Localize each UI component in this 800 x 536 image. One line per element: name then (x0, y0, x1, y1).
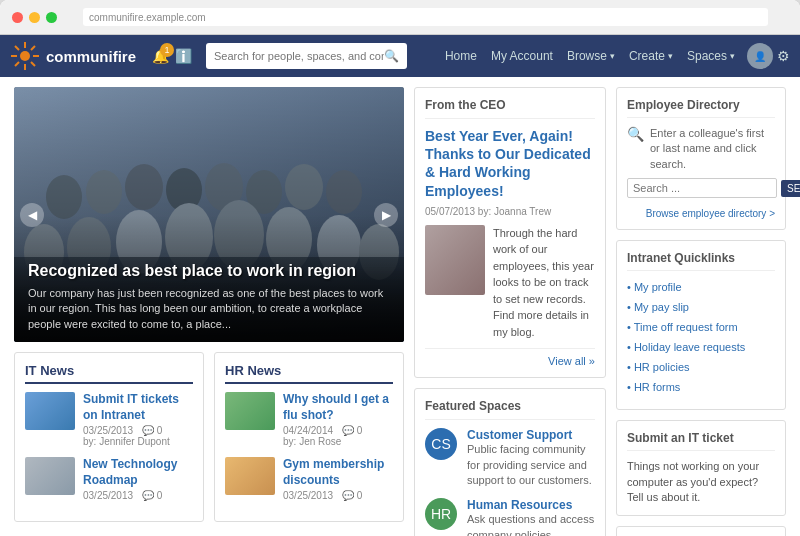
hr-news-item-1: Why should I get a flu shot? 04/24/2014 … (225, 392, 393, 447)
nav-home[interactable]: Home (445, 49, 477, 63)
space-info-1: Customer Support Public facing community… (467, 428, 595, 488)
hr-news-item-2: Gym membership discounts 03/25/2013 💬 0 (225, 457, 393, 501)
it-news-item-1: Submit IT tickets on Intranet 03/25/2013… (25, 392, 193, 447)
it-ticket-title: Submit an IT ticket (627, 431, 775, 451)
it-news-item-2: New Technology Roadmap 03/25/2013 💬 0 (25, 457, 193, 501)
list-item: HR forms (627, 379, 775, 394)
employee-directory-search: 🔍 Enter a colleague's first or last name… (627, 126, 775, 219)
list-item: Time off request form (627, 319, 775, 334)
gear-icon[interactable]: ⚙ (777, 48, 790, 64)
employee-search-input[interactable] (627, 178, 777, 198)
hr-news-content-2: Gym membership discounts 03/25/2013 💬 0 (283, 457, 393, 501)
space-desc-1: Public facing community for providing se… (467, 442, 595, 488)
space-name-1[interactable]: Customer Support (467, 428, 595, 442)
space-info-2: Human Resources Ask questions and access… (467, 498, 595, 536)
hr-news-content-1: Why should I get a flu shot? 04/24/2014 … (283, 392, 393, 447)
employee-search-button[interactable]: SEARCH (781, 180, 800, 197)
avatar[interactable]: 👤 (747, 43, 773, 69)
quicklink-pay-slip[interactable]: My pay slip (627, 301, 689, 313)
list-item: HR policies (627, 359, 775, 374)
space-item-2: HR Human Resources Ask questions and acc… (425, 498, 595, 536)
hr-news-meta-2: 03/25/2013 💬 0 (283, 490, 393, 501)
it-ticket-text: Things not working on your computer as y… (627, 459, 775, 505)
hero-next-arrow[interactable]: ▶ (374, 203, 398, 227)
url-bar: communifire.example.com (83, 8, 768, 26)
it-news-link-2[interactable]: New Technology Roadmap (83, 457, 193, 488)
it-news-title: IT News (25, 363, 193, 384)
chevron-down-icon: ▾ (610, 51, 615, 61)
avatar-area: 👤 ⚙ (747, 43, 790, 69)
it-ticket-widget: Submit an IT ticket Things not working o… (616, 420, 786, 516)
employee-directory-desc: Enter a colleague's first or last name a… (650, 126, 775, 172)
space-name-2[interactable]: Human Resources (467, 498, 595, 512)
svg-line-8 (15, 62, 19, 66)
list-item: My pay slip (627, 299, 775, 314)
info-icon[interactable]: ℹ️ (175, 48, 192, 64)
close-dot[interactable] (12, 12, 23, 23)
hero-description: Our company has just been recognized as … (28, 286, 390, 332)
chevron-down-icon: ▾ (668, 51, 673, 61)
notification-badge: 1 (160, 43, 174, 57)
hero-title: Recognized as best place to work in regi… (28, 262, 390, 280)
logo-icon (10, 41, 40, 71)
right-column: Employee Directory 🔍 Enter a colleague's… (616, 87, 786, 536)
nav-my-account[interactable]: My Account (491, 49, 553, 63)
svg-line-5 (15, 46, 19, 50)
quicklinks-widget: Intranet Quicklinks My profile My pay sl… (616, 240, 786, 410)
it-news-column: IT News Submit IT tickets on Intranet 03… (14, 352, 204, 522)
ceo-post-text: Through the hard work of our employees, … (493, 225, 595, 341)
it-news-meta-2: 03/25/2013 💬 0 (83, 490, 193, 501)
browse-directory-link[interactable]: Browse employee directory > (627, 208, 775, 219)
nav-browse[interactable]: Browse ▾ (567, 49, 615, 63)
ceo-post-title[interactable]: Best Year Ever, Again! Thanks to Our Ded… (425, 127, 595, 200)
ceo-post-meta: 05/07/2013 by: Joanna Trew (425, 206, 595, 217)
logo-area: communifire (10, 41, 136, 71)
space-icon-2: HR (425, 498, 457, 530)
nav-icons: 🔔 1 ℹ️ (152, 48, 192, 64)
top-navbar: communifire 🔔 1 ℹ️ 🔍 Home My Account Bro… (0, 35, 800, 77)
employee-search-row: SEARCH (627, 178, 775, 198)
svg-point-0 (20, 51, 30, 61)
hr-news-link-1[interactable]: Why should I get a flu shot? (283, 392, 393, 423)
nav-create[interactable]: Create ▾ (629, 49, 673, 63)
it-news-thumb-1 (25, 392, 75, 430)
search-input[interactable] (214, 50, 384, 62)
hr-news-meta-1: 04/24/2014 💬 0 by: Jen Rose (283, 425, 393, 447)
search-icon: 🔍 (627, 126, 644, 142)
svg-line-7 (31, 46, 35, 50)
left-column: ◀ ▶ Recognized as best place to work in … (14, 87, 404, 536)
quicklink-hr-forms[interactable]: HR forms (627, 381, 680, 393)
employee-directory-title: Employee Directory (627, 98, 775, 118)
hr-news-thumb-1 (225, 392, 275, 430)
nav-links: Home My Account Browse ▾ Create ▾ Spaces… (445, 49, 735, 63)
ceo-avatar (425, 225, 485, 295)
hero-prev-arrow[interactable]: ◀ (20, 203, 44, 227)
employee-directory-widget: Employee Directory 🔍 Enter a colleague's… (616, 87, 786, 230)
notification-bell[interactable]: 🔔 1 (152, 48, 169, 64)
hr-news-thumb-2 (225, 457, 275, 495)
featured-spaces-title: Featured Spaces (425, 399, 595, 420)
quicklinks-title: Intranet Quicklinks (627, 251, 775, 271)
maximize-dot[interactable] (46, 12, 57, 23)
minimize-dot[interactable] (29, 12, 40, 23)
it-news-link-1[interactable]: Submit IT tickets on Intranet (83, 392, 193, 423)
quick-vote-widget: Quick Vote Which perk would help you imp… (616, 526, 786, 536)
quicklink-my-profile[interactable]: My profile (627, 281, 682, 293)
global-search-bar[interactable]: 🔍 (206, 43, 407, 69)
center-column: From the CEO Best Year Ever, Again! Than… (414, 87, 606, 536)
featured-spaces-widget: Featured Spaces CS Customer Support Publ… (414, 388, 606, 536)
ceo-section-title: From the CEO (425, 98, 595, 119)
hr-news-link-2[interactable]: Gym membership discounts (283, 457, 393, 488)
logo-text: communifire (46, 48, 136, 65)
nav-spaces[interactable]: Spaces ▾ (687, 49, 735, 63)
view-all-link[interactable]: View all » (425, 348, 595, 367)
quicklinks-list: My profile My pay slip Time off request … (627, 279, 775, 394)
hr-news-column: HR News Why should I get a flu shot? 04/… (214, 352, 404, 522)
space-desc-2: Ask questions and access company policie… (467, 512, 595, 536)
hero-image-container: ◀ ▶ Recognized as best place to work in … (14, 87, 404, 342)
quicklink-time-off[interactable]: Time off request form (627, 321, 738, 333)
quicklink-hr-policies[interactable]: HR policies (627, 361, 690, 373)
it-news-content-2: New Technology Roadmap 03/25/2013 💬 0 (83, 457, 193, 501)
quicklink-holiday[interactable]: Holiday leave requests (627, 341, 745, 353)
window-chrome: communifire.example.com (0, 0, 800, 35)
